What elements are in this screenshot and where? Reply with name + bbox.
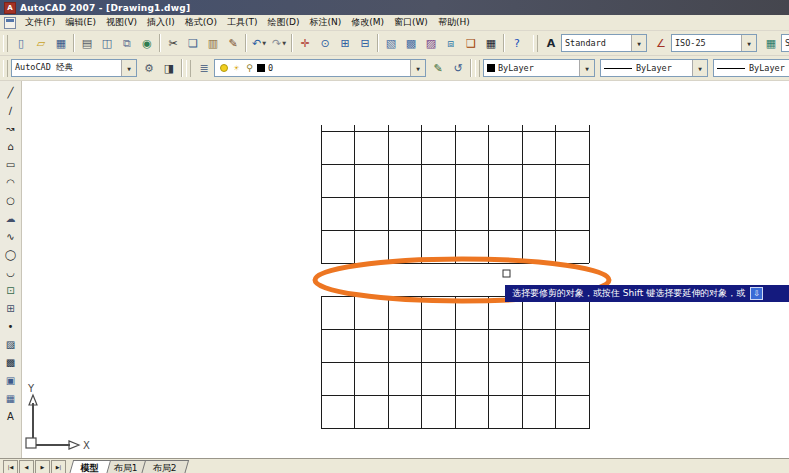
undo-icon[interactable]: ↶▼ [249,33,269,53]
my-workspace-icon[interactable]: ◨ [159,58,179,78]
next-tab-button[interactable]: ▶ [35,460,50,473]
table-icon[interactable]: ▦ [1,389,21,407]
chevron-down-icon[interactable]: ▼ [631,35,646,51]
line-icon[interactable]: ╱ [1,83,21,101]
tool-palettes-icon[interactable]: ▨ [421,33,441,53]
menu-item[interactable]: 帮助(H) [433,15,475,30]
draw-toolbar: ╱∕↝⌂▭◠○☁∿◯◡⊡⊞•▨▩▣▦A [0,81,22,458]
make-block-icon[interactable]: ⊞ [1,299,21,317]
3d-dwf-icon[interactable]: ◉ [137,33,157,53]
publish-icon[interactable]: ⧉ [117,33,137,53]
circle-glyph: ○ [6,195,15,206]
designcenter-icon[interactable]: ▩ [401,33,421,53]
rectangle-icon[interactable]: ▭ [1,155,21,173]
qnew-icon[interactable]: ▯ [11,33,31,53]
menu-item[interactable]: 格式(O) [180,15,222,30]
pan-icon[interactable]: ✛ [295,33,315,53]
make-object-layer-current-icon[interactable]: ✎ [428,58,448,78]
chevron-down-icon[interactable]: ▼ [282,40,286,46]
text-style-icon[interactable]: A [541,33,561,53]
dim-style-combo[interactable]: ISO-25 ▼ [671,34,757,52]
last-tab-button[interactable]: ▶| [51,460,66,473]
menu-item[interactable]: 插入(I) [142,15,180,30]
menu-item[interactable]: 视图(V) [101,15,142,30]
tab-模型[interactable]: 模型 [69,460,111,473]
layer-color-swatch[interactable] [257,64,265,72]
circle-icon[interactable]: ○ [1,191,21,209]
multiline-text-icon[interactable]: A [1,407,21,425]
help-icon[interactable]: ? [507,33,527,53]
revision-cloud-icon[interactable]: ☁ [1,209,21,227]
zoom-window-icon[interactable]: ⊞ [335,33,355,53]
plot-icon[interactable]: ▤ [77,33,97,53]
plot-preview-icon[interactable]: ◫ [97,33,117,53]
toolbar-grip[interactable] [3,35,8,52]
open-icon[interactable]: ▱ [31,33,51,53]
chevron-down-icon[interactable]: ▼ [410,60,425,76]
chevron-down-icon[interactable]: ▼ [262,40,266,46]
workspace-combo[interactable]: AutoCAD 经典 ▼ [11,59,137,77]
point-icon[interactable]: • [1,317,21,335]
menu-item[interactable]: 标注(N) [304,15,346,30]
spline-icon[interactable]: ∿ [1,227,21,245]
toolbar-grip[interactable] [475,60,480,77]
sheetset-manager-icon[interactable]: ⧈ [441,33,461,53]
table-style-icon[interactable]: ▦ [761,33,781,53]
workspace-settings-icon[interactable]: ⚙ [139,58,159,78]
save-icon[interactable]: ▦ [51,33,71,53]
toolbar-grip[interactable] [186,60,191,77]
polyline-icon[interactable]: ↝ [1,119,21,137]
title-bar: A AutoCAD 2007 - [Drawing1.dwg] [0,0,789,15]
menu-item[interactable]: 工具(T) [222,15,263,30]
quickcalc-icon[interactable]: ▦ [481,33,501,53]
insert-block-icon[interactable]: ⊡ [1,281,21,299]
construction-line-icon[interactable]: ∕ [1,101,21,119]
gradient-icon[interactable]: ▩ [1,353,21,371]
layer-previous-icon[interactable]: ↺ [448,58,468,78]
first-tab-button[interactable]: |◀ [3,460,18,473]
chevron-down-icon[interactable]: ▼ [121,60,136,76]
drawing-window-icon[interactable] [4,17,16,29]
toolbar-grip[interactable] [3,60,8,77]
app-icon[interactable]: A [4,2,16,14]
table-style-combo[interactable]: Standard ▼ [781,34,789,52]
match-properties-glyph: ✎ [228,38,237,49]
menu-item[interactable]: 修改(M) [346,15,389,30]
menu-item[interactable]: 编辑(E) [60,15,101,30]
layer-freeze-sun-icon[interactable]: ☀ [231,63,242,74]
cut-icon[interactable]: ✂ [163,33,183,53]
layer-combo[interactable]: ☀ ⚲ 0 ▼ [214,59,426,77]
text-style-combo[interactable]: Standard ▼ [561,34,647,52]
dim-style-icon[interactable]: ∠ [651,33,671,53]
prev-tab-button[interactable]: ◀ [19,460,34,473]
polygon-icon[interactable]: ⌂ [1,137,21,155]
paste-icon[interactable]: ▥ [203,33,223,53]
toolbar-grip[interactable] [533,35,538,52]
zoom-realtime-icon[interactable]: ⊙ [315,33,335,53]
layer-on-bulb-icon[interactable] [218,63,229,74]
drawing-canvas[interactable]: YX 选择要修剪的对象，或按住 Shift 键选择要延伸的对象，或 ⇩ [22,81,789,458]
layer-lock-icon[interactable]: ⚲ [244,63,255,74]
chevron-down-icon[interactable]: ▼ [692,60,707,76]
tab-布局2[interactable]: 布局2 [141,460,189,473]
markup-set-manager-icon[interactable]: ❑ [461,33,481,53]
match-properties-icon[interactable]: ✎ [223,33,243,53]
menu-item[interactable]: 窗口(W) [389,15,433,30]
linetype-control-combo[interactable]: ByLayer ▼ [600,59,708,77]
properties-icon[interactable]: ▧ [381,33,401,53]
menu-item[interactable]: 文件(F) [20,15,60,30]
chevron-down-icon[interactable]: ▼ [741,35,756,51]
ellipse-icon[interactable]: ◯ [1,245,21,263]
lineweight-control-combo[interactable]: ByLayer ▼ [713,59,789,77]
color-control-combo[interactable]: ByLayer ▼ [483,59,595,77]
layer-properties-manager-icon[interactable]: ≣ [194,58,214,78]
ellipse-arc-icon[interactable]: ◡ [1,263,21,281]
copy-icon[interactable]: ❏ [183,33,203,53]
menu-item[interactable]: 绘图(D) [262,15,304,30]
hatch-icon[interactable]: ▨ [1,335,21,353]
chevron-down-icon[interactable]: ▼ [579,60,594,76]
zoom-previous-icon[interactable]: ⊟ [355,33,375,53]
redo-icon[interactable]: ↷▼ [269,33,289,53]
arc-icon[interactable]: ◠ [1,173,21,191]
region-icon[interactable]: ▣ [1,371,21,389]
